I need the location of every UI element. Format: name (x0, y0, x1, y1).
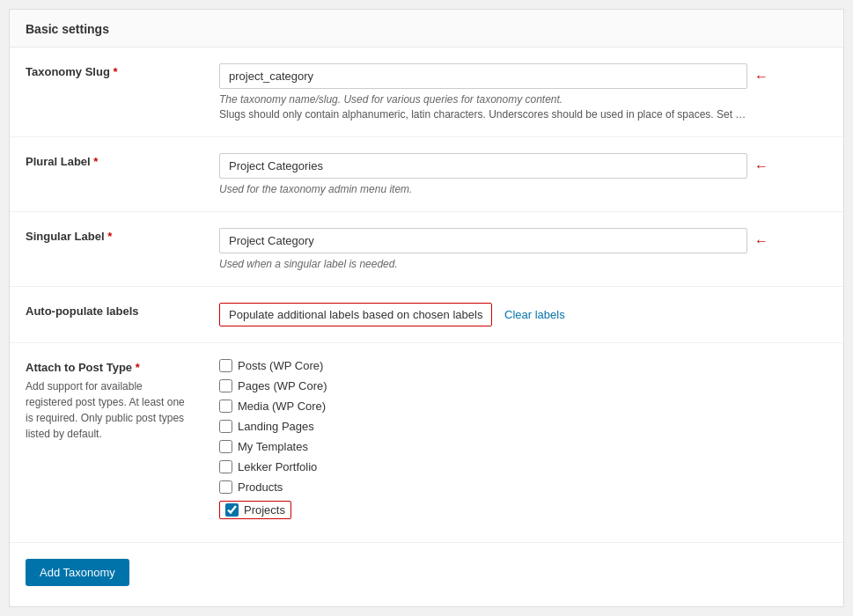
taxonomy-slug-helper1: The taxonomy name/slug. Used for various… (219, 93, 827, 106)
form-table: Taxonomy Slug * ← The taxonomy name/slug… (10, 48, 843, 543)
singular-label-row: Singular Label * ← Used when a singular … (10, 212, 843, 287)
clear-labels-link[interactable]: Clear labels (504, 308, 565, 321)
auto-populate-label: Auto-populate labels (10, 287, 203, 343)
projects-item: Projects (219, 501, 291, 519)
singular-label-field-cell: ← Used when a singular label is needed. (203, 212, 843, 287)
landing-pages-label[interactable]: Landing Pages (238, 420, 314, 433)
list-item: Media (WP Core) (219, 400, 827, 413)
singular-label-label: Singular Label * (10, 212, 203, 287)
settings-panel: Basic settings Taxonomy Slug * ← The tax… (9, 9, 844, 607)
arrow-icon-singular: ← (754, 233, 768, 249)
auto-populate-row: Auto-populate labels Populate additional… (10, 287, 843, 343)
populate-labels-button[interactable]: Populate additional labels based on chos… (219, 303, 492, 326)
projects-label[interactable]: Projects (244, 503, 285, 517)
taxonomy-slug-row: Taxonomy Slug * ← The taxonomy name/slug… (10, 48, 843, 137)
products-checkbox[interactable] (219, 480, 232, 494)
taxonomy-slug-input-row: ← (219, 63, 827, 89)
list-item: My Templates (219, 440, 827, 453)
taxonomy-slug-input[interactable] (219, 63, 747, 89)
singular-label-input-row: ← (219, 228, 827, 253)
taxonomy-slug-field-cell: ← The taxonomy name/slug. Used for vario… (203, 48, 843, 137)
posts-label[interactable]: Posts (WP Core) (238, 359, 323, 372)
attach-post-type-description: Add support for available registered pos… (26, 378, 188, 442)
products-label[interactable]: Products (238, 480, 283, 494)
plural-label-field-cell: ← Used for the taxonomy admin menu item. (203, 137, 843, 212)
taxonomy-slug-label: Taxonomy Slug * (10, 48, 203, 137)
list-item: Products (219, 480, 827, 494)
my-templates-label[interactable]: My Templates (238, 440, 308, 453)
auto-populate-cell: Populate additional labels based on chos… (203, 287, 843, 343)
attach-post-type-options-cell: Posts (WP Core) Pages (WP Core) Media (W… (203, 343, 843, 543)
required-star-singular: * (107, 230, 112, 243)
list-item: Landing Pages (219, 420, 827, 433)
required-star-plural: * (93, 155, 98, 168)
landing-pages-checkbox[interactable] (219, 420, 232, 433)
projects-checkbox[interactable] (225, 503, 239, 517)
required-star-attach: * (136, 361, 140, 374)
form-footer: Add Taxonomy (10, 543, 843, 602)
arrow-icon-plural: ← (754, 158, 768, 174)
required-star: * (113, 65, 117, 78)
lekker-portfolio-label[interactable]: Lekker Portfolio (238, 460, 317, 473)
post-type-checkbox-list: Posts (WP Core) Pages (WP Core) Media (W… (219, 359, 827, 519)
plural-label-input-row: ← (219, 153, 827, 179)
attach-post-type-row: Attach to Post Type * Add support for av… (10, 343, 843, 543)
posts-checkbox[interactable] (219, 359, 232, 372)
lekker-portfolio-checkbox[interactable] (219, 460, 232, 473)
media-checkbox[interactable] (219, 400, 232, 413)
attach-post-type-label: Attach to Post Type * Add support for av… (10, 343, 203, 543)
list-item: Posts (WP Core) (219, 359, 827, 372)
singular-label-input[interactable] (219, 228, 747, 253)
plural-label-input[interactable] (219, 153, 747, 179)
plural-label-row: Plural Label * ← Used for the taxonomy a… (10, 137, 843, 212)
singular-label-helper: Used when a singular label is needed. (219, 258, 827, 270)
list-item: Projects (219, 501, 827, 519)
my-templates-checkbox[interactable] (219, 440, 232, 453)
pages-label[interactable]: Pages (WP Core) (238, 379, 327, 392)
plural-label-helper: Used for the taxonomy admin menu item. (219, 183, 827, 195)
media-label[interactable]: Media (WP Core) (238, 400, 326, 413)
plural-label-label: Plural Label * (10, 137, 203, 212)
add-taxonomy-button[interactable]: Add Taxonomy (26, 559, 129, 586)
pages-checkbox[interactable] (219, 379, 232, 392)
list-item: Lekker Portfolio (219, 460, 827, 473)
taxonomy-slug-helper2: Slugs should only contain alphanumeric, … (219, 108, 747, 121)
list-item: Pages (WP Core) (219, 379, 827, 392)
section-title: Basic settings (10, 10, 843, 48)
arrow-icon: ← (754, 69, 768, 84)
